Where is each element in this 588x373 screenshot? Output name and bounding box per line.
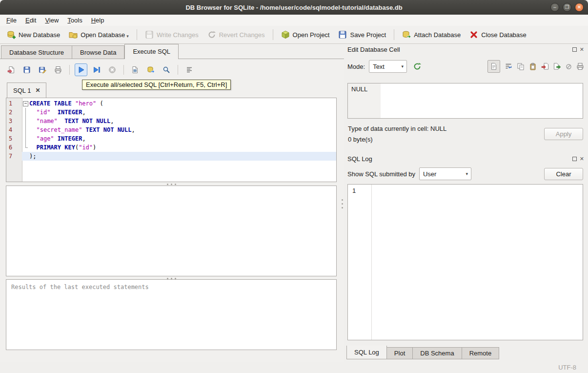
encoding-indicator[interactable]: UTF-8 xyxy=(558,364,576,371)
set-null-icon[interactable] xyxy=(566,63,572,70)
close-dock-icon[interactable]: ✕ xyxy=(580,47,584,52)
menu-file[interactable]: File xyxy=(2,15,21,26)
export-csv-button[interactable] xyxy=(144,63,157,76)
open-project-label: Open Project xyxy=(293,31,330,39)
tab-browse-data[interactable]: Browse Data xyxy=(72,45,124,59)
editor-line[interactable]: 2 "id" INTEGER, xyxy=(6,108,336,117)
sql-toolbar xyxy=(5,62,196,77)
float-dock-icon[interactable] xyxy=(572,47,577,52)
find-replace-button[interactable] xyxy=(160,63,173,76)
submitted-by-value: User xyxy=(423,170,436,178)
menu-view[interactable]: View xyxy=(41,15,63,26)
fold-marker-icon xyxy=(22,108,29,117)
editor-line[interactable]: 7); xyxy=(6,152,336,161)
cell-toolbar xyxy=(487,60,584,73)
dock-tab-remote[interactable]: Remote xyxy=(462,347,500,359)
mode-combo[interactable]: Text ▾ xyxy=(369,60,407,73)
save-results-button[interactable] xyxy=(129,63,142,76)
code-text: CREATE TABLE "hero" ( xyxy=(29,99,336,108)
fold-marker-icon xyxy=(22,134,29,143)
vertical-splitter[interactable] xyxy=(341,196,344,211)
tab-execute-sql[interactable]: Execute SQL xyxy=(124,44,179,59)
text-view-toggle[interactable] xyxy=(487,60,500,73)
editor-line[interactable]: 1CREATE TABLE "hero" ( xyxy=(6,99,336,108)
menubar: File Edit View Tools Help xyxy=(0,15,588,26)
apply-cell-format-icon[interactable] xyxy=(413,62,422,71)
attach-database-button[interactable]: Attach Database xyxy=(398,27,465,42)
open-sql-file-button[interactable] xyxy=(5,63,18,76)
clear-button[interactable]: Clear xyxy=(544,168,583,180)
main-toolbar: New Database Open Database ▾ Write Chang… xyxy=(0,26,588,44)
save-project-button[interactable]: Save Project xyxy=(334,27,390,42)
line-number: 1 xyxy=(6,99,22,108)
cell-editor[interactable]: NULL xyxy=(347,83,583,119)
maximize-icon: ❐ xyxy=(565,4,569,10)
copy-cell-icon[interactable] xyxy=(517,62,525,70)
open-database-button[interactable]: Open Database ▾ xyxy=(65,27,133,42)
fold-margin xyxy=(22,152,29,161)
maximize-button[interactable]: ❐ xyxy=(563,3,571,12)
toolbar-separator xyxy=(178,65,178,75)
cell-type-info: Type of data currently in cell: NULL xyxy=(348,125,446,132)
execute-all-button[interactable] xyxy=(75,63,87,76)
print-cell-icon[interactable] xyxy=(576,62,584,70)
close-database-label: Close Database xyxy=(481,31,527,39)
tooltip: Execute all/selected SQL [Ctrl+Return, F… xyxy=(82,80,231,90)
sql-tabbar: SQL 1 ✕ xyxy=(7,82,46,98)
minimize-button[interactable]: – xyxy=(550,3,559,12)
sql-editor[interactable]: 1CREATE TABLE "hero" (2 "id" INTEGER,3 "… xyxy=(6,98,337,182)
edit-cell-title: Edit Database Cell xyxy=(347,46,572,53)
mode-label: Mode: xyxy=(347,63,365,70)
window-controls: – ❐ ✕ xyxy=(550,3,584,12)
close-database-button[interactable]: Close Database xyxy=(466,27,530,42)
sql-log-gutter: 1 xyxy=(348,185,372,340)
cell-editor-gutter: NULL xyxy=(348,83,381,118)
dock-tab-sql-log[interactable]: SQL Log xyxy=(346,346,387,359)
write-changes-icon xyxy=(145,30,154,39)
write-changes-button: Write Changes xyxy=(141,27,203,42)
close-tab-icon[interactable]: ✕ xyxy=(35,87,40,93)
fold-marker-icon[interactable] xyxy=(22,99,29,108)
close-dock-icon[interactable]: ✕ xyxy=(580,156,584,162)
print-sql-button[interactable] xyxy=(52,63,64,76)
sql-tab-label: SQL 1 xyxy=(13,87,31,94)
close-window-button[interactable]: ✕ xyxy=(575,3,584,12)
menu-tools[interactable]: Tools xyxy=(63,15,86,26)
submitted-by-combo[interactable]: User ▾ xyxy=(419,167,471,180)
results-placeholder: Results of the last executed statements xyxy=(11,284,149,290)
open-project-button[interactable]: Open Project xyxy=(277,27,334,42)
format-sql-button[interactable] xyxy=(183,63,196,76)
sql-document-tab[interactable]: SQL 1 ✕ xyxy=(7,83,46,98)
sql-log-filter-row: Show SQL submitted by User ▾ Clear xyxy=(347,167,583,181)
dock-tab-plot[interactable]: Plot xyxy=(387,347,413,359)
editor-line[interactable]: 3 "name" TEXT NOT NULL, xyxy=(6,117,336,125)
sql-log-view[interactable]: 1 xyxy=(347,184,583,340)
import-cell-icon[interactable] xyxy=(541,62,549,70)
toolbar-separator xyxy=(394,29,394,40)
tab-database-structure[interactable]: Database Structure xyxy=(1,45,72,59)
menu-edit[interactable]: Edit xyxy=(21,15,41,26)
save-sql-file-button[interactable] xyxy=(20,63,33,76)
open-database-label: Open Database xyxy=(81,31,125,39)
execute-current-line-button[interactable] xyxy=(90,63,103,76)
paste-cell-icon[interactable] xyxy=(529,62,537,70)
new-database-button[interactable]: New Database xyxy=(3,27,64,42)
titlebar[interactable]: DB Browser for SQLite - /home/user/code/… xyxy=(0,0,588,15)
menu-help[interactable]: Help xyxy=(87,15,109,26)
editor-line[interactable]: 6 PRIMARY KEY("id") xyxy=(6,143,336,152)
combo-arrow-icon: ▾ xyxy=(463,171,471,176)
word-wrap-icon[interactable] xyxy=(505,62,512,70)
toolbar-separator xyxy=(69,65,70,75)
save-sql-file-icon xyxy=(23,66,31,74)
export-cell-icon[interactable] xyxy=(553,62,561,70)
editor-line[interactable]: 4 "secret_name" TEXT NOT NULL, xyxy=(6,125,336,134)
text-view-icon xyxy=(490,62,498,70)
save-sql-file-as-button[interactable] xyxy=(36,63,49,76)
dock-tab-db-schema[interactable]: DB Schema xyxy=(413,347,462,359)
new-database-label: New Database xyxy=(19,31,60,39)
open-database-dropdown-arrow[interactable]: ▾ xyxy=(126,30,129,42)
editor-line[interactable]: 5 "age" INTEGER, xyxy=(6,134,336,143)
float-dock-icon[interactable] xyxy=(572,157,577,161)
open-project-icon xyxy=(281,30,290,39)
save-sql-file-as-icon xyxy=(39,66,46,74)
